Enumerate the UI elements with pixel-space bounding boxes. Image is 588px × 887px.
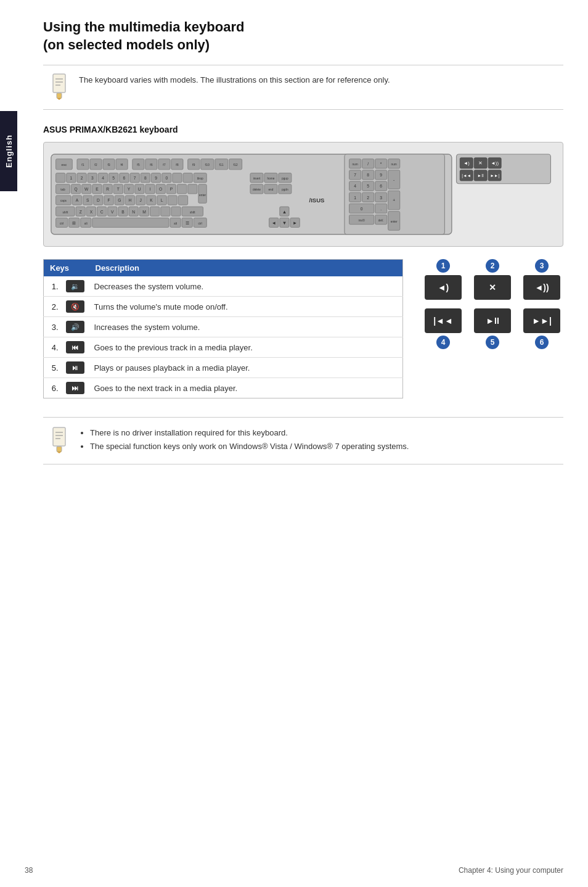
svg-rect-86 [177, 184, 186, 194]
page-title: Using the multimedia keyboard (on select… [43, 19, 563, 54]
bottom-note-content: There is no driver installation required… [79, 426, 409, 453]
svg-text:f3: f3 [107, 163, 110, 167]
svg-text:S: S [86, 199, 89, 203]
svg-text:home: home [267, 177, 274, 180]
svg-rect-116 [168, 196, 177, 205]
svg-text:I: I [150, 187, 151, 191]
svg-text:pgdn: pgdn [282, 188, 288, 191]
svg-text:T: T [117, 187, 120, 191]
svg-text:◄)): ◄)) [491, 160, 499, 166]
svg-text:V: V [111, 210, 114, 214]
col-keys-header: Keys [44, 260, 89, 277]
diagram-cell-button: ►►| [523, 308, 560, 333]
svg-text:f6: f6 [150, 163, 152, 167]
svg-text:alt: alt [174, 222, 178, 225]
vol-up-icon: 🔊 [66, 321, 84, 333]
svg-rect-33 [56, 173, 65, 183]
svg-rect-136 [150, 207, 159, 216]
svg-text:3: 3 [91, 176, 94, 180]
svg-text:bksp: bksp [197, 177, 203, 180]
svg-text:f9: f9 [192, 163, 195, 167]
sidebar-label: English [4, 134, 14, 168]
svg-text:9: 9 [380, 173, 382, 178]
col-desc-header: Description [89, 260, 403, 277]
sidebar-tab: English [0, 111, 17, 191]
svg-text:3: 3 [380, 196, 382, 200]
svg-text:f5: f5 [137, 163, 139, 167]
table-row: 3.🔊Increases the system volume. [44, 317, 403, 337]
svg-text:f4: f4 [120, 163, 123, 167]
svg-rect-216 [53, 427, 65, 446]
svg-text:/: / [367, 162, 369, 166]
keys-table: Keys Description 1.🔉Decreases the system… [43, 259, 403, 398]
table-row: 6.⏭Goes to the next track in a media pla… [44, 378, 403, 398]
diagram-bottom-row: |◄◄4►II5►►|6 [422, 308, 563, 349]
diagram-cell-number: 6 [535, 336, 549, 349]
bottom-note-box: There is no driver installation required… [43, 417, 563, 464]
svg-text:enter: enter [199, 194, 206, 197]
diagram-cell: ►►|6 [523, 308, 560, 349]
svg-text:R: R [106, 187, 109, 191]
svg-rect-137 [161, 207, 170, 216]
svg-text:0: 0 [361, 207, 363, 211]
key-number: 6. [44, 378, 61, 398]
svg-text:insert: insert [253, 177, 261, 180]
svg-text:ins/0: ins/0 [359, 219, 365, 222]
table-row: 5.⏯Plays or pauses playback in a media p… [44, 358, 403, 378]
keyboard-section-heading: ASUS PRIMAX/KB2621 keyboard [43, 125, 563, 134]
mute-icon: 🔇 [66, 300, 84, 313]
svg-text:▼: ▼ [282, 220, 287, 226]
svg-text:5: 5 [112, 176, 115, 180]
svg-text:◄): ◄) [463, 160, 470, 166]
svg-text:Z: Z [80, 210, 82, 214]
svg-text:alt: alt [84, 222, 88, 225]
diagram-cell: 1◄) [425, 259, 462, 300]
key-description: Goes to the next track in a media player… [89, 378, 403, 398]
keyboard-image-area: esc f1 f2 f3 f4 f5 f6 f7 f8 f9 f10 f11 [43, 142, 563, 247]
svg-text:☰: ☰ [186, 221, 189, 225]
svg-text:shift: shift [62, 211, 68, 214]
top-note-text: The keyboard varies with models. The ill… [79, 73, 390, 85]
table-row: 2.🔇Turns the volume's mute mode on/off. [44, 297, 403, 317]
svg-text:►: ► [293, 220, 298, 226]
svg-text:del/.: del/. [378, 219, 384, 222]
table-row: 1.🔉Decreases the system volume. [44, 276, 403, 297]
diagram-cell-number: 4 [436, 336, 450, 349]
diagram-cell-number: 2 [486, 259, 499, 273]
key-number: 1. [44, 276, 61, 297]
svg-text:B: B [121, 210, 125, 214]
svg-text:Y: Y [128, 187, 131, 191]
key-icon-cell: 🔉 [61, 276, 89, 297]
diagram-cell-button: ✕ [474, 275, 511, 300]
svg-text:6: 6 [123, 176, 126, 180]
svg-text:f10: f10 [205, 163, 210, 167]
svg-marker-221 [57, 452, 62, 453]
footer-chapter: Chapter 4: Using your computer [459, 866, 563, 875]
svg-text:f7: f7 [163, 163, 165, 167]
svg-text:▲: ▲ [282, 209, 287, 215]
svg-text:P: P [170, 187, 173, 191]
svg-text:✕: ✕ [478, 160, 483, 166]
key-description: Plays or pauses playback in a media play… [89, 358, 403, 378]
svg-text:ctrl: ctrl [60, 222, 63, 225]
svg-rect-87 [188, 184, 197, 194]
diagram-cell: |◄◄4 [425, 308, 462, 349]
svg-text:end: end [268, 188, 273, 191]
svg-text:num: num [352, 163, 357, 166]
key-number: 5. [44, 358, 61, 378]
svg-text:enter: enter [391, 220, 398, 223]
svg-text:/ISUS: /ISUS [309, 197, 325, 204]
key-icon-cell: ⏭ [61, 378, 89, 398]
table-row: 4.⏮Goes to the previous track in a media… [44, 337, 403, 358]
svg-text:f1: f1 [81, 163, 84, 167]
svg-text:⊞: ⊞ [72, 221, 76, 225]
svg-text:4: 4 [354, 184, 356, 189]
svg-text:.: . [380, 207, 382, 211]
diagram-cell: 2✕ [474, 259, 511, 300]
svg-text:E: E [96, 187, 99, 191]
note-icon [48, 73, 70, 102]
svg-text:►II: ►II [478, 173, 484, 178]
top-note-box: The keyboard varies with models. The ill… [43, 65, 563, 110]
svg-text:7: 7 [354, 173, 356, 178]
svg-rect-55 [183, 173, 192, 183]
